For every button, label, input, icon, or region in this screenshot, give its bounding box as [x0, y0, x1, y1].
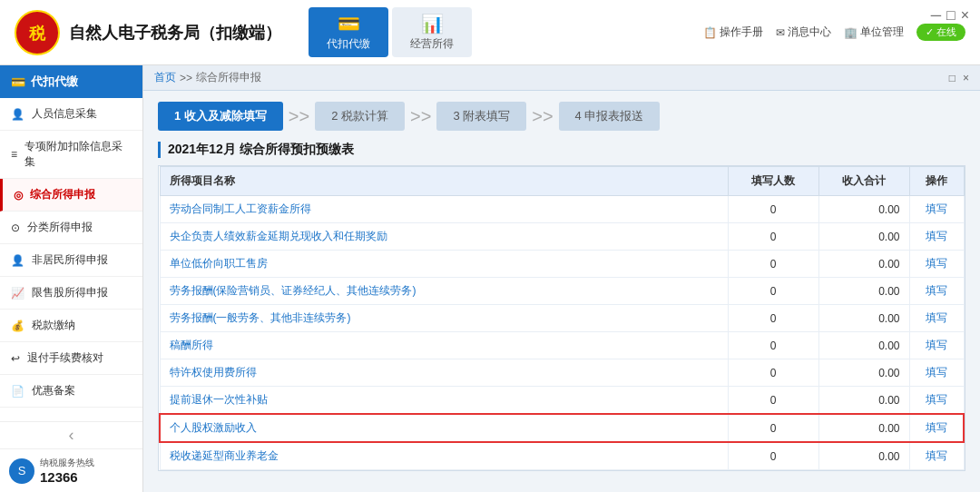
online-label: 在线 [936, 25, 956, 39]
unit-btn[interactable]: 🏢 单位管理 [844, 25, 904, 40]
row-count: 0 [728, 196, 818, 223]
row-action[interactable]: 填写 [909, 442, 964, 470]
step-1[interactable]: 1 收入及减除填写 [158, 102, 283, 131]
step-2[interactable]: 2 税款计算 [315, 102, 405, 131]
youhui-label: 优惠备案 [32, 383, 75, 399]
tuifu-label: 退付手续费核对 [27, 350, 103, 366]
svg-text:税: 税 [28, 25, 46, 43]
sidebar: 💳 代扣代缴 👤 人员信息采集 ≡ 专项附加扣除信息采集 ◎ 综合所得申报 ⊙ … [0, 65, 143, 492]
sidebar-item-tuifu[interactable]: ↩ 退付手续费核对 [0, 342, 142, 375]
sidebar-item-youhui[interactable]: 📄 优惠备案 [0, 375, 142, 408]
nav-dakou-label: 代扣代缴 [327, 36, 370, 52]
close-icon[interactable]: × [961, 7, 969, 24]
row-amount: 0.00 [818, 359, 909, 387]
row-action[interactable]: 填写 [909, 332, 964, 359]
row-name: 单位低价向职工售房 [160, 251, 728, 278]
row-name: 税收递延型商业养老金 [160, 442, 728, 470]
message-label: 消息中心 [788, 25, 831, 40]
manual-label: 操作手册 [720, 25, 763, 40]
content-maximize-icon[interactable]: □ [949, 72, 956, 84]
xianshou-icon: 📈 [11, 287, 24, 300]
row-action[interactable]: 填写 [909, 305, 964, 332]
table-row: 个人股权激励收入00.00填写 [160, 414, 964, 442]
step-3[interactable]: 3 附表填写 [436, 102, 526, 131]
table-row: 特许权使用费所得00.00填写 [160, 359, 964, 387]
win-controls: ─ □ × [931, 7, 969, 24]
row-count: 0 [728, 332, 818, 359]
sidebar-header: 💳 代扣代缴 [0, 65, 142, 98]
row-action[interactable]: 填写 [909, 278, 964, 305]
sidebar-item-zonghe[interactable]: ◎ 综合所得申报 [0, 179, 142, 212]
row-name: 劳动合同制工人工资薪金所得 [160, 196, 728, 223]
nav-dakou[interactable]: 💳 代扣代缴 [309, 7, 388, 57]
breadcrumb-current: 综合所得申报 [196, 70, 261, 85]
data-table: 所得项目名称 填写人数 收入合计 操作 劳动合同制工人工资薪金所得00.00填写… [159, 166, 965, 470]
breadcrumb-home[interactable]: 首页 [154, 70, 176, 85]
nav-jingying[interactable]: 📊 经营所得 [392, 7, 472, 57]
section-title: 2021年12月 综合所得预扣预缴表 [158, 142, 965, 158]
row-action[interactable]: 填写 [909, 359, 964, 387]
sidebar-header-icon: 💳 [11, 75, 25, 89]
table-container: 所得项目名称 填写人数 收入合计 操作 劳动合同制工人工资薪金所得00.00填写… [158, 165, 965, 471]
steps-bar: 1 收入及减除填写 >> 2 税款计算 >> 3 附表填写 >> 4 申报表报送 [158, 102, 965, 131]
xianshou-label: 限售股所得申报 [32, 285, 108, 300]
row-name: 提前退休一次性补贴 [160, 387, 728, 415]
row-action[interactable]: 填写 [909, 414, 964, 442]
hotline-number: 12366 [40, 469, 94, 485]
step-arrow-3: >> [532, 106, 553, 127]
manual-btn[interactable]: 📋 操作手册 [703, 25, 763, 40]
minimize-icon[interactable]: ─ [931, 7, 941, 24]
content-body: 1 收入及减除填写 >> 2 税款计算 >> 3 附表填写 >> 4 申报表报送… [143, 91, 980, 492]
content-titlebar: 首页 >> 综合所得申报 □ × [143, 65, 980, 91]
row-count: 0 [728, 251, 818, 278]
content-close-icon[interactable]: × [963, 72, 969, 84]
table-row: 提前退休一次性补贴00.00填写 [160, 387, 964, 415]
sidebar-item-fenlei[interactable]: ⊙ 分类所得申报 [0, 212, 142, 244]
row-count: 0 [728, 223, 818, 251]
maximize-icon[interactable]: □ [946, 7, 956, 24]
row-count: 0 [728, 305, 818, 332]
row-action[interactable]: 填写 [909, 251, 964, 278]
row-amount: 0.00 [818, 332, 909, 359]
sidebar-item-zhuanxiang[interactable]: ≡ 专项附加扣除信息采集 [0, 131, 142, 179]
row-action[interactable]: 填写 [909, 387, 964, 415]
breadcrumb-sep: >> [180, 72, 192, 84]
fenlei-icon: ⊙ [11, 221, 20, 234]
sidebar-item-feijumin[interactable]: 👤 非居民所得申报 [0, 244, 142, 277]
renyuan-icon: 👤 [11, 108, 24, 121]
row-amount: 0.00 [818, 414, 909, 442]
row-name: 个人股权激励收入 [160, 414, 728, 442]
col-amount: 收入合计 [818, 167, 909, 196]
online-badge: ✓ 在线 [916, 24, 965, 41]
step-arrow-1: >> [289, 106, 309, 127]
table-row: 税收递延型商业养老金00.00填写 [160, 442, 964, 470]
step-1-label: 1 收入及减除填写 [174, 109, 267, 123]
row-amount: 0.00 [818, 305, 909, 332]
nav-jingying-icon: 📊 [421, 13, 444, 34]
step-4[interactable]: 4 申报表报送 [559, 102, 661, 131]
tuifu-icon: ↩ [11, 352, 20, 365]
row-count: 0 [728, 359, 818, 387]
row-action[interactable]: 填写 [909, 196, 964, 223]
zonghe-icon: ◎ [14, 189, 23, 202]
fenlei-label: 分类所得申报 [27, 220, 93, 235]
shuikuan-icon: 💰 [11, 320, 24, 332]
content-win-controls: □ × [949, 72, 969, 84]
sidebar-item-renyuan[interactable]: 👤 人员信息采集 [0, 98, 142, 131]
app-title: 自然人电子税务局（扣缴端） [69, 22, 281, 44]
sidebar-collapse[interactable]: ‹ [0, 421, 142, 448]
col-action: 操作 [909, 167, 964, 196]
table-row: 劳务报酬(保险营销员、证券经纪人、其他连续劳务)00.00填写 [160, 278, 964, 305]
zhuanxiang-icon: ≡ [11, 148, 17, 161]
renyu-label: 人员信息采集 [32, 106, 97, 122]
row-action[interactable]: 填写 [909, 223, 964, 251]
step-4-label: 4 申报表报送 [575, 109, 644, 123]
message-icon: ✉ [776, 26, 785, 39]
row-name: 劳务报酬(一般劳务、其他非连续劳务) [160, 305, 728, 332]
sidebar-item-shuikuan[interactable]: 💰 税款缴纳 [0, 310, 142, 342]
sidebar-item-xianshou[interactable]: 📈 限售股所得申报 [0, 277, 142, 310]
breadcrumb: 首页 >> 综合所得申报 [154, 70, 261, 85]
message-btn[interactable]: ✉ 消息中心 [776, 25, 831, 40]
col-count: 填写人数 [728, 167, 818, 196]
topbar-right: 📋 操作手册 ✉ 消息中心 🏢 单位管理 ✓ 在线 [703, 24, 965, 41]
